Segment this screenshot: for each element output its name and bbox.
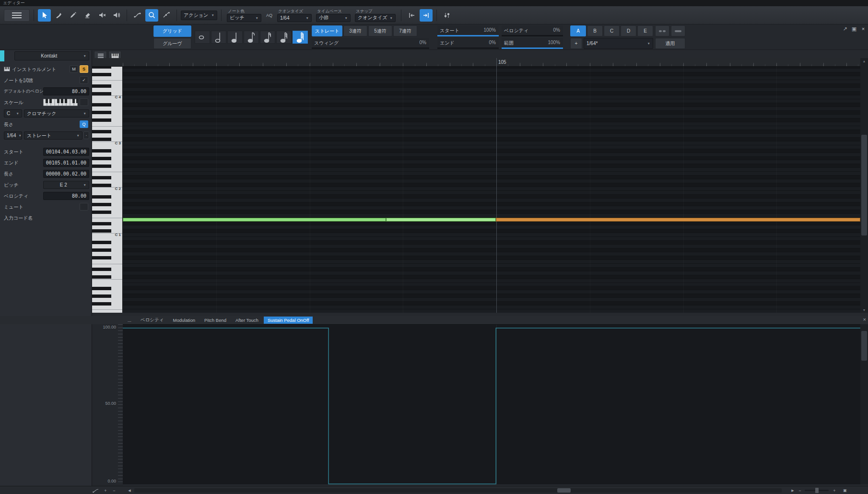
piano-key-black[interactable] xyxy=(92,184,111,187)
quantize-value-select[interactable]: 1/64* ▼ xyxy=(584,38,653,49)
piano-key-black[interactable] xyxy=(92,73,111,76)
tab-velocity[interactable]: ベロシティ xyxy=(137,317,168,324)
tab-modulation[interactable]: Modulation xyxy=(169,317,199,324)
sixteenth-note-button[interactable] xyxy=(260,31,275,44)
node-tool-button[interactable] xyxy=(160,9,173,22)
legato-button[interactable] xyxy=(671,25,685,36)
groove-mode-button[interactable]: グルーヴ xyxy=(153,38,191,49)
mute-button[interactable]: M xyxy=(70,65,78,73)
dock-window-icon[interactable]: ▣ xyxy=(850,26,858,32)
end-slider[interactable]: エンド 0% xyxy=(437,38,499,49)
scroll-down-icon[interactable]: ▼ xyxy=(860,307,868,313)
piano-key-black[interactable] xyxy=(92,287,111,290)
tuplet-5-button[interactable]: 5連符 xyxy=(368,25,392,36)
dotted-toggle-button[interactable]: · xyxy=(83,131,89,139)
mute-checkbox[interactable] xyxy=(80,203,88,211)
zoom-slider[interactable] xyxy=(805,490,829,491)
curve-tool-button[interactable] xyxy=(131,9,144,22)
scale-keyboard-widget[interactable] xyxy=(43,99,78,106)
thirtysecond-note-button[interactable] xyxy=(276,31,292,44)
piano-key-black[interactable] xyxy=(92,118,111,122)
piano-key-black[interactable] xyxy=(92,130,111,133)
zoom-in-button[interactable]: + xyxy=(831,487,838,494)
piano-key-black[interactable] xyxy=(92,84,111,88)
half-note-button[interactable] xyxy=(211,31,226,44)
zoom-slider-handle[interactable] xyxy=(815,488,819,493)
piano-key-black[interactable] xyxy=(92,165,111,168)
midi-note[interactable] xyxy=(123,218,386,222)
sixtyfourth-note-button[interactable] xyxy=(293,31,308,44)
pitch-select[interactable]: E 2 ▼ xyxy=(43,181,89,189)
midi-note[interactable] xyxy=(496,218,860,222)
nudge-left-button[interactable] xyxy=(405,9,418,22)
tuplet-straight-button[interactable]: ストレート xyxy=(312,25,342,36)
vertical-scrollbar[interactable]: ▲ ▼ xyxy=(860,58,868,313)
instrument-device-select[interactable]: Kontakt ▼ xyxy=(14,51,89,60)
float-window-icon[interactable]: ↗ xyxy=(841,26,849,32)
eighth-note-button[interactable] xyxy=(244,31,259,44)
timebase-select[interactable]: 小節 ▼ xyxy=(316,14,351,22)
note-velocity-field[interactable]: 80.00 xyxy=(43,192,89,200)
preset-e-button[interactable]: E xyxy=(637,25,653,36)
mute-tool-button[interactable] xyxy=(95,9,108,22)
preset-d-button[interactable]: D xyxy=(621,25,636,36)
piano-key-black[interactable] xyxy=(92,241,111,244)
piano-key-black[interactable] xyxy=(92,256,111,259)
aq-label[interactable]: AQ xyxy=(266,13,272,18)
audition-checkbox[interactable]: ✓ xyxy=(80,76,88,84)
quarter-note-button[interactable] xyxy=(227,31,243,44)
close-icon[interactable]: × xyxy=(859,26,867,32)
solo-button[interactable]: S xyxy=(80,65,88,73)
tuplet-3-button[interactable]: 3連符 xyxy=(343,25,367,36)
length-mode-select[interactable]: ストレート ▼ xyxy=(24,131,82,140)
piano-key-black[interactable] xyxy=(92,103,111,106)
lane-scrollbar-handle[interactable] xyxy=(861,331,867,361)
horizontal-scrollbar-handle[interactable] xyxy=(557,488,571,493)
whole-note-button[interactable] xyxy=(195,31,210,44)
start-field[interactable]: 00104.04.03.00 xyxy=(43,148,89,156)
tie-notes-button[interactable] xyxy=(655,25,669,36)
automation-lane[interactable] xyxy=(123,324,860,484)
paint-tool-button[interactable] xyxy=(52,9,65,22)
piano-key-black[interactable] xyxy=(92,111,111,114)
action-menu[interactable]: アクション ▼ xyxy=(181,11,217,20)
tab-sustain-pedal[interactable]: Sustain Pedal OnOff xyxy=(264,317,313,324)
piano-key-black[interactable] xyxy=(92,229,111,233)
quantize-select[interactable]: 1/64 ▼ xyxy=(277,14,312,22)
piano-key-black[interactable] xyxy=(92,248,111,252)
preset-b-button[interactable]: B xyxy=(587,25,603,36)
editor-menu-button[interactable] xyxy=(4,9,30,22)
start-slider[interactable]: スタート 100% xyxy=(437,25,499,36)
select-tool-button[interactable] xyxy=(38,9,51,22)
default-velocity-field[interactable]: 80.00 xyxy=(43,87,89,95)
grid-mode-button[interactable]: グリッド xyxy=(153,25,191,37)
piano-key-black[interactable] xyxy=(92,222,111,225)
horizontal-scrollbar[interactable] xyxy=(134,488,782,493)
piano-key-black[interactable] xyxy=(92,157,111,160)
snap-select[interactable]: クオンタイズ ▼ xyxy=(355,14,396,22)
length-grid-select[interactable]: 1/64 ▼ xyxy=(4,131,22,140)
zoom-out-button[interactable]: − xyxy=(796,487,804,494)
tab-after-touch[interactable]: After Touch xyxy=(232,317,262,324)
piano-key-black[interactable] xyxy=(92,268,111,271)
add-preset-button[interactable]: + xyxy=(570,38,582,49)
note-color-select[interactable]: ピッチ ▼ xyxy=(227,14,261,22)
note-grid[interactable] xyxy=(123,67,860,313)
listen-tool-button[interactable] xyxy=(110,9,123,22)
piano-key-black[interactable] xyxy=(92,275,111,279)
lane-remove-button[interactable]: − xyxy=(110,487,118,494)
lane-add-button[interactable]: + xyxy=(102,487,109,494)
tab-more[interactable]: ... xyxy=(124,317,135,324)
tuplet-7-button[interactable]: 7連符 xyxy=(393,25,417,36)
piano-key-black[interactable] xyxy=(92,302,111,306)
piano-key-black[interactable] xyxy=(92,92,111,95)
swing-slider[interactable]: スウィング 0% xyxy=(312,38,429,49)
quantize-toggle-button[interactable] xyxy=(145,9,158,22)
tab-pitch-bend[interactable]: Pitch Bend xyxy=(200,317,230,324)
end-field[interactable]: 00105.01.01.00 xyxy=(43,159,89,167)
pencil-tool-button[interactable] xyxy=(67,9,80,22)
nudge-right-button[interactable] xyxy=(420,9,433,22)
midi-note[interactable] xyxy=(386,218,496,222)
curve-draw-button[interactable] xyxy=(92,487,100,494)
apply-button[interactable]: 適用 xyxy=(655,38,685,49)
